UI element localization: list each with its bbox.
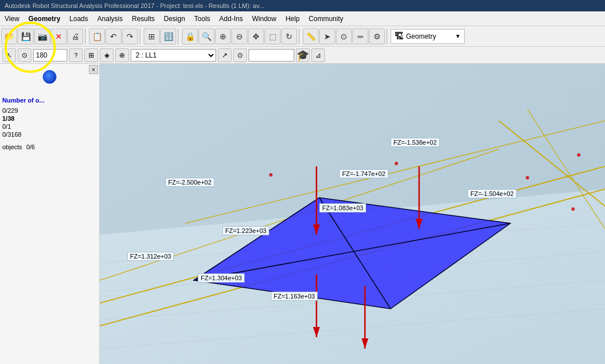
main-area: × Number of o... 0/229 1/38 0/1 0/3168 o… xyxy=(0,64,605,364)
menu-geometry[interactable]: Geometry xyxy=(24,11,65,26)
geometry-dropdown-label: Geometry xyxy=(406,32,436,40)
separator2 xyxy=(140,28,142,44)
hat-button[interactable]: 🎓 xyxy=(296,48,310,62)
beam-button[interactable]: ═ xyxy=(352,28,368,44)
objects-label: objects xyxy=(2,144,22,150)
toolbar2: ↖ ⊙ ? ⊞ ◈ ⊕ 2 : LL1 ↗ ⊙ 🎓 ⊿ xyxy=(0,47,605,64)
titlebar: Autodesk Robot Structural Analysis Profe… xyxy=(0,0,605,11)
pan-button[interactable]: ✥ xyxy=(248,28,264,44)
menu-view[interactable]: View xyxy=(0,11,24,26)
redo-button[interactable]: ↷ xyxy=(122,28,138,44)
menu-help[interactable]: Help xyxy=(281,11,304,26)
sidebar-close-button[interactable]: × xyxy=(89,65,98,74)
angle-help-button[interactable]: ? xyxy=(69,48,83,62)
scene-svg xyxy=(100,64,605,364)
menu-loads[interactable]: Loads xyxy=(65,11,93,26)
select-button[interactable]: ⬚ xyxy=(265,28,281,44)
force-label-fz6: FZ=1.312e+03 xyxy=(127,252,174,261)
menu-design[interactable]: Design xyxy=(159,11,189,26)
globe-icon xyxy=(43,70,56,84)
svg-point-28 xyxy=(577,153,580,157)
svg-point-27 xyxy=(571,207,575,211)
measure-button[interactable]: 📏 xyxy=(303,28,319,44)
open-button[interactable]: 📂 xyxy=(1,28,17,44)
sidebar-icon-area xyxy=(2,68,97,85)
zoom-in-button[interactable]: ⊕ xyxy=(215,28,231,44)
separator1 xyxy=(85,28,87,44)
menu-addins[interactable]: Add-Ins xyxy=(215,11,247,26)
geometry-icon: 🏗 xyxy=(395,31,404,42)
screenshot-button[interactable]: 📷 xyxy=(34,28,50,44)
cursor-button[interactable]: ↖ xyxy=(2,48,16,62)
menu-window[interactable]: Window xyxy=(247,11,281,26)
rotate-button[interactable]: ↻ xyxy=(281,28,297,44)
viewport[interactable]: FZ=-2.500e+02 FZ=-1.747e+02 FZ=-1.538e+0… xyxy=(100,64,605,364)
menubar: View Geometry Loads Analysis Results Des… xyxy=(0,11,605,26)
extra-button[interactable]: ⊿ xyxy=(311,48,325,62)
load-node-button[interactable]: ⊙ xyxy=(233,48,247,62)
node-select-button[interactable]: ⊙ xyxy=(18,48,31,62)
print-button[interactable]: 🖨 xyxy=(67,28,83,44)
objects-value: 0/6 xyxy=(26,144,35,150)
force-label-fz7: FZ=1.304e+03 xyxy=(198,273,245,283)
svg-point-24 xyxy=(269,173,273,177)
sidebar: × Number of o... 0/229 1/38 0/1 0/3168 o… xyxy=(0,64,100,364)
toolbar1: 📂 💾 📷 ✕ 🖨 📋 ↶ ↷ ⊞ 🔢 🔒 🔍 ⊕ ⊖ ✥ ⬚ ↻ 📏 ➤ ⊙ … xyxy=(0,26,605,47)
sidebar-objects: objects 0/6 xyxy=(2,144,97,150)
geometry-dropdown-arrow: ▼ xyxy=(455,33,461,39)
search-button[interactable]: 🔍 xyxy=(198,28,214,44)
angle-input[interactable] xyxy=(33,49,67,62)
delete-button[interactable]: ✕ xyxy=(51,28,67,44)
sidebar-row-1: 1/38 xyxy=(2,115,97,122)
force-label-fz1: FZ=-2.500e+02 xyxy=(165,178,214,187)
snap-button[interactable]: ◈ xyxy=(100,48,113,62)
load-case-dropdown[interactable]: 2 : LL1 xyxy=(131,49,216,62)
menu-tools[interactable]: Tools xyxy=(190,11,215,26)
title-text: Autodesk Robot Structural Analysis Profe… xyxy=(5,2,264,9)
force-label-fz9: FZ=-1.504e+02 xyxy=(468,189,517,198)
copy-button[interactable]: 📋 xyxy=(89,28,105,44)
zoom-out-button[interactable]: ⊖ xyxy=(232,28,247,44)
force-label-fz5: FZ=1.223e+03 xyxy=(222,226,269,235)
force-label-fz2: FZ=-1.747e+02 xyxy=(339,169,388,178)
undo-button[interactable]: ↶ xyxy=(105,28,121,44)
load-value-input[interactable] xyxy=(249,49,294,62)
lock-button[interactable]: 🔒 xyxy=(182,28,198,44)
force-label-fz8: FZ=1.163e+03 xyxy=(271,292,318,301)
separator4 xyxy=(299,28,301,44)
sidebar-row-2: 0/1 xyxy=(2,123,97,130)
menu-results[interactable]: Results xyxy=(127,11,159,26)
node-button[interactable]: ⊙ xyxy=(336,28,352,44)
separator3 xyxy=(178,28,180,44)
grid-toggle-button[interactable]: ⊞ xyxy=(84,48,98,62)
geometry-dropdown[interactable]: 🏗 Geometry ▼ xyxy=(391,29,465,44)
sidebar-row-3: 0/3168 xyxy=(2,131,97,138)
grid-button[interactable]: ⊞ xyxy=(144,28,160,44)
sidebar-header: Number of o... xyxy=(2,97,97,104)
force-label-fz3: FZ=-1.538e+02 xyxy=(391,138,440,147)
svg-point-25 xyxy=(395,162,398,165)
calc-button[interactable]: 🔢 xyxy=(160,28,176,44)
separator5 xyxy=(387,28,389,44)
node-mark-button[interactable]: ⊕ xyxy=(115,48,129,62)
menu-community[interactable]: Community xyxy=(304,11,348,26)
svg-point-26 xyxy=(526,176,529,179)
save-button[interactable]: 💾 xyxy=(18,28,34,44)
settings-button[interactable]: ⚙ xyxy=(369,28,385,44)
arrow-button[interactable]: ➤ xyxy=(319,28,335,44)
force-label-fz4: FZ=1.083e+03 xyxy=(319,203,366,212)
load-arrow-button[interactable]: ↗ xyxy=(218,48,232,62)
sidebar-row-0: 0/229 xyxy=(2,107,97,114)
menu-analysis[interactable]: Analysis xyxy=(93,11,128,26)
